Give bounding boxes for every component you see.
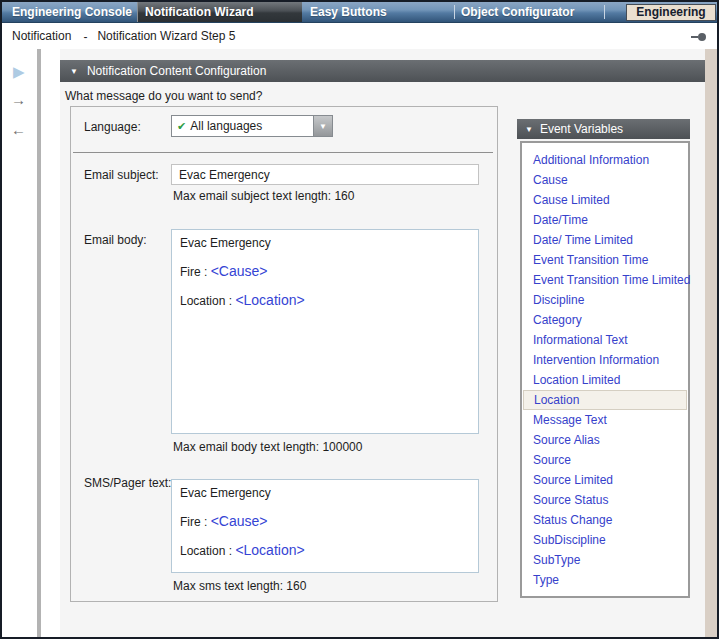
email-body-label: Email body: bbox=[84, 233, 147, 247]
message-text: Evac Emergency bbox=[180, 486, 271, 500]
right-edge-strip bbox=[705, 49, 717, 637]
arrow-left-icon[interactable]: ← bbox=[11, 122, 26, 137]
wizard-panel: ▼ Notification Content Configuration Wha… bbox=[60, 49, 705, 637]
event-variable-item[interactable]: Cause Limited bbox=[522, 190, 688, 210]
content-area: ▶ → ← ▼ Notification Content Configurati… bbox=[2, 49, 717, 637]
top-tab-bar: Engineering Console Notification Wizard … bbox=[2, 2, 717, 23]
chevron-down-icon: ▼ bbox=[525, 125, 533, 134]
event-variable-item[interactable]: SubType bbox=[522, 550, 688, 570]
message-text: Location : bbox=[180, 544, 235, 558]
variable-token: <Cause> bbox=[211, 513, 268, 529]
event-variable-item[interactable]: Discipline bbox=[522, 290, 688, 310]
tab-engineering-console[interactable]: Engineering Console bbox=[2, 2, 137, 22]
event-variable-item[interactable]: Location bbox=[523, 390, 687, 410]
event-variable-item[interactable]: Event Transition Time bbox=[522, 250, 688, 270]
event-variable-item[interactable]: Type bbox=[522, 570, 688, 590]
event-variable-item[interactable]: Source Limited bbox=[522, 470, 688, 490]
message-text: Evac Emergency bbox=[180, 236, 271, 250]
wizard-sidebar: ▶ → ← bbox=[2, 49, 60, 637]
event-variable-item[interactable]: SubDiscipline bbox=[522, 530, 688, 550]
event-variables-title: Event Variables bbox=[540, 122, 623, 136]
breadcrumb: Notification - Notification Wizard Step … bbox=[2, 23, 717, 49]
engineering-mode-button[interactable]: Engineering bbox=[626, 4, 716, 21]
wizard-question: What message do you want to send? bbox=[65, 89, 262, 103]
breadcrumb-current: Notification Wizard Step 5 bbox=[97, 29, 235, 43]
event-variable-item[interactable]: Source bbox=[522, 450, 688, 470]
language-value: All languages bbox=[190, 119, 313, 133]
event-variable-item[interactable]: Status Change bbox=[522, 510, 688, 530]
event-variable-item[interactable]: Intervention Information bbox=[522, 350, 688, 370]
variable-token: <Location> bbox=[235, 542, 304, 558]
dropdown-button[interactable]: ▼ bbox=[313, 116, 332, 136]
breadcrumb-root[interactable]: Notification bbox=[12, 29, 71, 43]
message-text: Fire : bbox=[180, 265, 211, 279]
event-variables-list: Additional InformationCauseCause Limited… bbox=[520, 141, 690, 598]
event-variable-item[interactable]: Message Text bbox=[522, 410, 688, 430]
sms-textarea[interactable]: Evac EmergencyFire : <Cause>Location : <… bbox=[171, 479, 479, 573]
event-variable-item[interactable]: Source Alias bbox=[522, 430, 688, 450]
email-body-textarea[interactable]: Evac EmergencyFire : <Cause>Location : <… bbox=[171, 229, 479, 434]
event-variables-header[interactable]: ▼ Event Variables bbox=[517, 119, 690, 139]
event-variable-item[interactable]: Informational Text bbox=[522, 330, 688, 350]
sms-label: SMS/Pager text: bbox=[84, 476, 171, 490]
language-dropdown[interactable]: ✔ All languages ▼ bbox=[171, 115, 333, 137]
variable-token: <Cause> bbox=[211, 263, 268, 279]
event-variable-item[interactable]: Date/ Time Limited bbox=[522, 230, 688, 250]
language-label: Language: bbox=[84, 120, 141, 134]
chevron-down-icon: ▼ bbox=[70, 67, 78, 76]
section-header-title: Notification Content Configuration bbox=[87, 64, 266, 78]
play-icon[interactable]: ▶ bbox=[13, 64, 25, 79]
message-text: Location : bbox=[180, 294, 235, 308]
message-text: Fire : bbox=[180, 515, 211, 529]
chevron-down-icon: ▼ bbox=[319, 122, 327, 131]
tab-easy-buttons[interactable]: Easy Buttons bbox=[302, 2, 454, 22]
tab-object-configurator[interactable]: Object Configurator bbox=[455, 2, 604, 22]
email-subject-hint: Max email subject text length: 160 bbox=[173, 189, 354, 203]
breadcrumb-separator: - bbox=[83, 30, 87, 44]
sidebar-splitter[interactable] bbox=[37, 49, 41, 637]
event-variable-item[interactable]: Category bbox=[522, 310, 688, 330]
event-variable-item[interactable]: Location Limited bbox=[522, 370, 688, 390]
event-variable-item[interactable]: Cause bbox=[522, 170, 688, 190]
variable-token: <Location> bbox=[235, 292, 304, 308]
tab-separator bbox=[604, 5, 605, 19]
section-header[interactable]: ▼ Notification Content Configuration bbox=[60, 60, 705, 82]
email-subject-label: Email subject: bbox=[84, 168, 159, 182]
email-body-hint: Max email body text length: 100000 bbox=[173, 440, 362, 454]
event-variable-item[interactable]: Date/Time bbox=[522, 210, 688, 230]
event-variable-item[interactable]: Event Transition Time Limited bbox=[522, 270, 688, 290]
pin-icon[interactable] bbox=[698, 33, 706, 41]
application-window: Engineering Console Notification Wizard … bbox=[0, 0, 719, 639]
form-divider bbox=[73, 152, 493, 153]
arrow-right-icon[interactable]: → bbox=[11, 92, 26, 107]
event-variable-item[interactable]: Additional Information bbox=[522, 150, 688, 170]
tab-notification-wizard[interactable]: Notification Wizard bbox=[137, 2, 302, 22]
event-variable-item[interactable]: Source Status bbox=[522, 490, 688, 510]
checkmark-icon: ✔ bbox=[177, 120, 186, 133]
message-form: Language: ✔ All languages ▼ Email subjec… bbox=[70, 106, 498, 602]
sms-hint: Max sms text length: 160 bbox=[173, 579, 306, 593]
email-subject-input[interactable]: Evac Emergency bbox=[171, 164, 479, 185]
